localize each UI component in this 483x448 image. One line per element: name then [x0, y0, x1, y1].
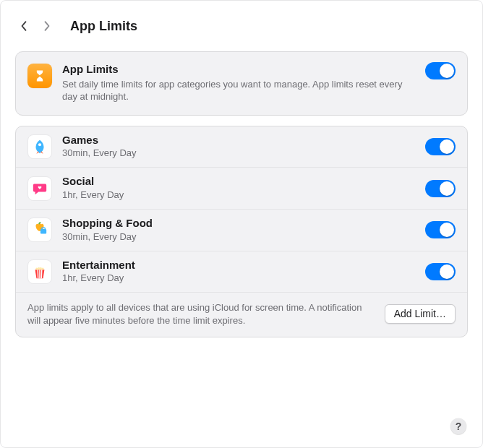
- add-limit-button[interactable]: Add Limit…: [385, 304, 456, 324]
- limit-toggle[interactable]: [425, 180, 456, 197]
- hero-title: App Limits: [62, 62, 415, 77]
- limit-toggle[interactable]: [425, 221, 456, 238]
- limits-list: Games30min, Every DaySocial1hr, Every Da…: [16, 126, 467, 293]
- limit-subtitle: 1hr, Every Day: [62, 272, 415, 285]
- limit-subtitle: 30min, Every Day: [62, 231, 415, 244]
- master-toggle[interactable]: [425, 62, 456, 79]
- limit-text: Entertainment1hr, Every Day: [62, 259, 415, 285]
- limit-title: Games: [62, 134, 415, 147]
- hourglass-icon: [33, 69, 47, 83]
- limit-text: Shopping & Food30min, Every Day: [62, 217, 415, 244]
- chevron-right-icon: [43, 20, 51, 32]
- hero-description: Set daily time limits for app categories…: [62, 78, 415, 103]
- limit-text: Games30min, Every Day: [62, 134, 415, 160]
- limit-row[interactable]: Entertainment1hr, Every Day: [16, 251, 467, 293]
- svg-rect-2: [42, 228, 46, 230]
- limits-panel: Games30min, Every DaySocial1hr, Every Da…: [15, 126, 468, 338]
- app-limits-icon: [27, 64, 52, 88]
- hero-text: App Limits Set daily time limits for app…: [62, 62, 415, 103]
- chevron-left-icon: [20, 20, 27, 32]
- svg-point-0: [38, 143, 41, 146]
- forward-button[interactable]: [38, 17, 56, 35]
- back-button[interactable]: [15, 17, 33, 35]
- limit-toggle[interactable]: [425, 263, 456, 280]
- limit-subtitle: 30min, Every Day: [62, 147, 415, 160]
- hero-row: App Limits Set daily time limits for app…: [16, 52, 467, 115]
- popcorn-icon: [27, 259, 52, 284]
- limit-row[interactable]: Shopping & Food30min, Every Day: [16, 209, 467, 251]
- footer-row: App limits apply to all devices that are…: [16, 292, 467, 337]
- limit-row[interactable]: Games30min, Every Day: [16, 126, 467, 168]
- footer-note: App limits apply to all devices that are…: [27, 301, 373, 327]
- header: App Limits: [15, 12, 468, 40]
- limit-title: Social: [62, 175, 415, 189]
- chat-heart-icon: [27, 176, 52, 201]
- rocket-icon: [27, 134, 52, 159]
- limit-text: Social1hr, Every Day: [62, 175, 415, 202]
- hero-panel: App Limits Set daily time limits for app…: [15, 51, 468, 116]
- help-button[interactable]: ?: [450, 418, 466, 434]
- limit-toggle[interactable]: [425, 138, 456, 155]
- page-title: App Limits: [70, 19, 137, 34]
- limit-subtitle: 1hr, Every Day: [62, 189, 415, 202]
- cart-apple-icon: [27, 217, 52, 242]
- limit-row[interactable]: Social1hr, Every Day: [16, 167, 467, 209]
- limit-title: Entertainment: [62, 259, 415, 272]
- limit-title: Shopping & Food: [62, 217, 415, 231]
- app-limits-window: App Limits App Limits Set daily time lim…: [0, 0, 483, 448]
